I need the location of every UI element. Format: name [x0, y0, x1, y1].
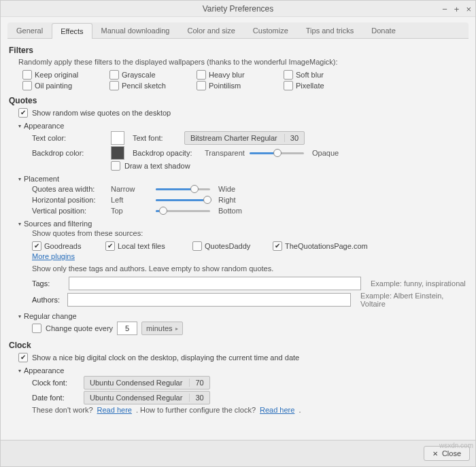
date-font-name: Ubuntu Condensed Regular	[90, 394, 182, 402]
lbl-bottom: Bottom	[218, 207, 242, 215]
tab-color-size[interactable]: Color and size	[179, 22, 244, 38]
text-color-swatch[interactable]	[111, 131, 124, 145]
link-read-here-1[interactable]: Read here	[97, 406, 132, 414]
chevron-down-icon: ▾	[18, 176, 21, 182]
chevron-down-icon: ▾	[18, 368, 21, 374]
ex-authors: Example: Albert Einstein, Voltaire	[360, 292, 467, 308]
lbl-date-font: Date font:	[32, 394, 80, 402]
quotes-title: Quotes	[9, 96, 467, 105]
preferences-window: Variety Preferences − + × General Effect…	[0, 0, 476, 467]
maximize-icon[interactable]: +	[454, 4, 460, 14]
chk-goodreads[interactable]	[32, 241, 41, 251]
input-change-value[interactable]	[117, 322, 137, 335]
effects-panel: Filters Randomly apply these filters to …	[7, 39, 469, 417]
lbl-transparent: Transparent	[205, 149, 245, 157]
expander-clock-appearance[interactable]: ▾Appearance	[18, 366, 467, 375]
lbl-authors: Authors:	[32, 296, 63, 304]
expander-placement[interactable]: ▾Placement	[18, 175, 467, 183]
content-area: General Effects Manual downloading Color…	[1, 17, 475, 440]
caret-icon: ▸	[175, 326, 178, 332]
lbl-left: Left	[111, 196, 152, 204]
lbl-tqp: TheQuotationsPage.com	[285, 242, 368, 250]
close-x-icon: ✕	[432, 450, 438, 457]
lbl-grayscale: Grayscale	[122, 71, 156, 79]
ex-tags: Example: funny, inspirational	[371, 279, 466, 288]
help-period: .	[299, 406, 301, 414]
chk-oil-painting[interactable]	[22, 81, 32, 90]
font-size: 30	[284, 134, 299, 142]
close-icon[interactable]: ×	[466, 4, 471, 14]
chk-soft-blur[interactable]	[284, 70, 293, 80]
lbl-quotesdaddy: QuotesDaddy	[205, 242, 250, 250]
tab-manual-downloading[interactable]: Manual downloading	[92, 22, 179, 38]
help-text-1: These don't work?	[32, 406, 93, 414]
chk-grayscale[interactable]	[109, 70, 119, 80]
lbl-draw-shadow: Draw a text shadow	[124, 162, 190, 170]
lbl-backdrop-color: Backdrop color:	[32, 149, 107, 157]
lbl-tags: Tags:	[32, 279, 65, 288]
lbl-text-color: Text color:	[32, 134, 107, 142]
lbl-oil-painting: Oil painting	[35, 82, 72, 90]
slider-vert[interactable]	[156, 206, 210, 215]
chk-heavy-blur[interactable]	[197, 70, 206, 80]
filters-title: Filters	[9, 46, 467, 55]
tab-donate[interactable]: Donate	[362, 22, 404, 38]
watermark: wsxdn.com	[439, 442, 473, 449]
regular-title: Regular change	[24, 312, 77, 320]
lbl-show-only: Show only these tags and authors. Leave …	[32, 264, 467, 273]
chk-pencil-sketch[interactable]	[109, 81, 119, 90]
lbl-wide: Wide	[218, 185, 235, 193]
titlebar: Variety Preferences − + ×	[1, 1, 475, 17]
expander-appearance[interactable]: ▾Appearance	[18, 122, 467, 130]
input-tags[interactable]	[69, 277, 361, 290]
clock-font-button[interactable]: Ubuntu Condensed Regular70	[84, 376, 210, 390]
text-font-button[interactable]: Bitstream Charter Regular30	[184, 131, 305, 145]
chk-tqp[interactable]	[273, 241, 282, 251]
window-title: Variety Preferences	[203, 4, 274, 14]
expander-regular[interactable]: ▾Regular change	[18, 312, 467, 320]
link-read-here-2[interactable]: Read here	[260, 406, 294, 414]
lbl-pixellate: Pixellate	[296, 82, 324, 90]
date-font-button[interactable]: Ubuntu Condensed Regular30	[84, 391, 210, 404]
chk-keep-original[interactable]	[22, 70, 32, 80]
tab-tips[interactable]: Tips and tricks	[297, 22, 363, 38]
chk-local-files[interactable]	[105, 241, 115, 251]
slider-area-width[interactable]	[156, 184, 210, 194]
filters-grid: Keep original Grayscale Heavy blur Soft …	[22, 70, 467, 90]
date-font-size: 30	[189, 394, 203, 402]
lbl-show-from: Show quotes from these sources:	[32, 229, 467, 237]
clock-title: Clock	[9, 341, 467, 350]
sources-title: Sources and filtering	[24, 220, 92, 228]
lbl-show-clock: Show a nice big digital clock on the des…	[32, 353, 299, 362]
placement-title: Placement	[24, 175, 59, 183]
footer: ✕Close	[1, 440, 475, 466]
select-change-unit[interactable]: minutes▸	[141, 322, 183, 335]
minimize-icon[interactable]: −	[442, 4, 447, 14]
chk-show-clock[interactable]	[18, 353, 28, 362]
chevron-down-icon: ▾	[18, 123, 21, 129]
chk-show-quotes[interactable]	[18, 108, 28, 118]
clock-font-size: 70	[189, 379, 203, 387]
slider-opacity[interactable]	[250, 148, 304, 158]
lbl-show-quotes: Show random wise quotes on the desktop	[32, 109, 171, 117]
slider-horiz[interactable]	[156, 195, 210, 205]
lbl-goodreads: Goodreads	[44, 242, 81, 250]
chk-quotesdaddy[interactable]	[192, 241, 202, 251]
link-more-plugins[interactable]: More plugins	[32, 252, 75, 260]
chk-pointilism[interactable]	[197, 81, 206, 90]
tab-general[interactable]: General	[7, 22, 52, 38]
lbl-text-font: Text font:	[133, 134, 180, 142]
chevron-down-icon: ▾	[18, 313, 21, 319]
lbl-change-every: Change quote every	[46, 324, 113, 332]
chk-change-every[interactable]	[32, 324, 41, 333]
chk-pixellate[interactable]	[284, 81, 293, 90]
expander-sources[interactable]: ▾Sources and filtering	[18, 220, 467, 228]
backdrop-color-swatch[interactable]	[111, 146, 124, 160]
tab-effects[interactable]: Effects	[52, 23, 92, 39]
input-authors[interactable]	[67, 293, 351, 307]
clock-appearance-title: Appearance	[24, 366, 64, 375]
tab-customize[interactable]: Customize	[244, 22, 297, 38]
chk-draw-shadow[interactable]	[111, 161, 120, 171]
lbl-top: Top	[111, 207, 152, 215]
filters-desc: Randomly apply these filters to the disp…	[18, 58, 467, 66]
